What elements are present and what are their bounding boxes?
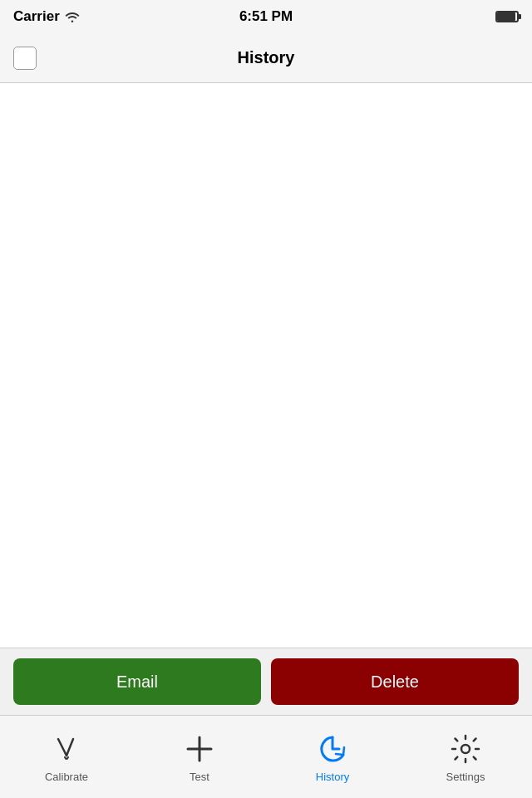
email-button[interactable]: Email xyxy=(13,658,261,705)
carrier-label: Carrier xyxy=(13,8,60,25)
carrier-wifi: Carrier xyxy=(13,8,80,25)
select-checkbox[interactable] xyxy=(13,47,37,70)
test-icon xyxy=(181,731,218,767)
history-label: History xyxy=(316,771,349,783)
history-icon xyxy=(314,731,351,767)
tab-settings[interactable]: Settings xyxy=(399,731,532,783)
wifi-icon xyxy=(65,11,80,22)
tab-calibrate[interactable]: Calibrate xyxy=(0,731,133,783)
battery-indicator xyxy=(495,11,519,22)
page-title: History xyxy=(238,48,295,67)
status-bar: Carrier 6:51 PM xyxy=(0,0,532,33)
test-label: Test xyxy=(190,771,209,783)
status-time: 6:51 PM xyxy=(239,8,293,25)
tab-bar: Calibrate Test History xyxy=(0,715,532,798)
history-list xyxy=(0,83,532,648)
calibrate-icon xyxy=(48,731,85,767)
calibrate-label: Calibrate xyxy=(45,771,88,783)
svg-point-4 xyxy=(461,745,470,753)
svg-line-1 xyxy=(66,739,73,756)
action-buttons-bar: Email Delete xyxy=(0,648,532,715)
nav-bar: History xyxy=(0,33,532,83)
svg-line-0 xyxy=(58,739,66,756)
settings-icon xyxy=(447,731,484,767)
tab-test[interactable]: Test xyxy=(133,731,266,783)
tab-history[interactable]: History xyxy=(266,731,399,783)
battery-icon xyxy=(495,11,519,22)
delete-button[interactable]: Delete xyxy=(271,658,519,705)
settings-label: Settings xyxy=(446,771,485,783)
